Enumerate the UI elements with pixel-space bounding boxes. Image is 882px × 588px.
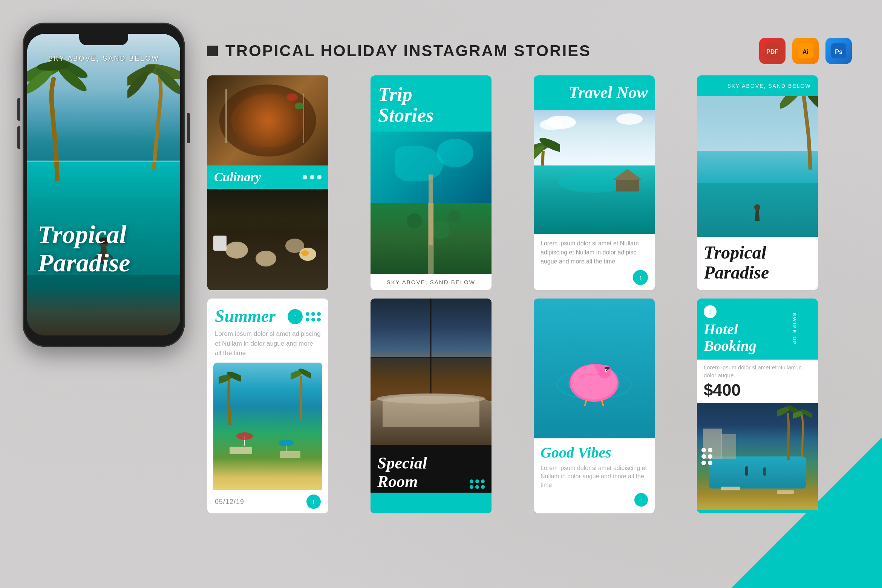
story-card-summer: Summer ↑ Lorem ipsum dolor si amet adipi… bbox=[207, 299, 328, 513]
tropical-title-block: Tropical Paradise bbox=[697, 237, 818, 290]
special-room-dots bbox=[470, 479, 485, 489]
tropical-header-strip: SKY ABOVE, SAND BELOW bbox=[697, 75, 818, 96]
summer-scroll-btn[interactable]: ↑ bbox=[306, 495, 321, 509]
summer-beach-image bbox=[213, 363, 322, 490]
hotel-price-section: Lorem ipsum dolor si amet et Nullam in d… bbox=[697, 360, 818, 403]
travel-now-scroll-btn[interactable]: ↑ bbox=[633, 270, 648, 285]
app-icon-pdf: PDF bbox=[759, 38, 786, 64]
svg-point-30 bbox=[236, 432, 253, 440]
trip-stories-header: Trip Stories bbox=[371, 75, 492, 132]
story-card-good-vibes: Good Vibes Lorem ipsum dolor si amet adi… bbox=[534, 299, 655, 513]
app-icon-ai: Ai bbox=[792, 38, 819, 64]
header-title-group: TROPICAL HOLIDAY INSTAGRAM STORIES bbox=[207, 42, 591, 60]
phone-title-line2: Paradise bbox=[38, 249, 170, 277]
phone-tagline: SKY ABOVE, SAND BELOW bbox=[27, 55, 180, 63]
phone-screen: SKY ABOVE, SAND BELOW Tropical Paradise bbox=[27, 34, 180, 335]
svg-line-38 bbox=[602, 400, 603, 406]
svg-point-36 bbox=[606, 370, 607, 371]
app-icon-ps: Ps bbox=[825, 38, 852, 64]
svg-point-25 bbox=[754, 204, 760, 210]
culinary-label: Culinary bbox=[207, 165, 328, 189]
svg-point-31 bbox=[279, 439, 294, 446]
page-header: TROPICAL HOLIDAY INSTAGRAM STORIES PDF A… bbox=[207, 38, 852, 64]
hotel-up-arrow[interactable]: ↑ bbox=[704, 305, 717, 318]
story-card-tropical-paradise: SKY ABOVE, SAND BELOW Tropical Paradise bbox=[697, 75, 818, 290]
culinary-bottom-image bbox=[207, 189, 328, 290]
phone-mockup: SKY ABOVE, SAND BELOW Tropical Paradise bbox=[23, 23, 185, 347]
phone-main-title: Tropical Paradise bbox=[38, 220, 170, 277]
svg-text:Ps: Ps bbox=[835, 49, 842, 55]
hotel-resort-image bbox=[697, 403, 818, 510]
summer-arrow-btn[interactable]: ↑ bbox=[288, 309, 303, 324]
phone-title-line1: Tropical bbox=[38, 220, 170, 249]
travel-now-bottom: Lorem ipsum dolor si amet et Nullam adip… bbox=[534, 234, 655, 290]
trip-stories-footer: SKY ABOVE, SAND BELOW bbox=[371, 274, 492, 290]
story-card-travel-now: Travel Now bbox=[534, 75, 655, 290]
story-card-hotel-booking: ↑ Hotel Booking SWIPE UP Lorem ipsum dol… bbox=[697, 299, 818, 513]
special-room-bottom-strip bbox=[371, 493, 492, 513]
good-vibes-bottom: Good Vibes Lorem ipsum dolor si amet adi… bbox=[534, 438, 655, 513]
svg-line-37 bbox=[585, 400, 586, 406]
svg-point-34 bbox=[598, 365, 611, 378]
good-vibes-scroll-btn[interactable]: ↑ bbox=[634, 493, 648, 507]
trip-title-line2: Stories bbox=[378, 105, 484, 126]
summer-header: Summer ↑ bbox=[207, 299, 328, 329]
room-window-view bbox=[371, 299, 492, 445]
svg-text:Ai: Ai bbox=[802, 49, 808, 55]
hotel-bottom-strip bbox=[697, 510, 818, 513]
story-card-culinary: Culinary bbox=[207, 75, 328, 290]
phone-notch bbox=[79, 34, 128, 45]
header-square-icon bbox=[207, 46, 218, 56]
travel-now-image bbox=[534, 110, 655, 234]
hotel-booking-header: ↑ Hotel Booking SWIPE UP bbox=[697, 299, 818, 360]
app-icons-group: PDF Ai Ps bbox=[759, 38, 852, 64]
travel-now-header: Travel Now bbox=[534, 75, 655, 110]
trip-title-line1: Trip bbox=[378, 84, 484, 105]
story-card-special-room: Special Room bbox=[371, 299, 492, 513]
svg-text:PDF: PDF bbox=[766, 49, 778, 55]
stories-grid: Culinary bbox=[207, 75, 852, 513]
summer-footer: 05/12/19 ↑ bbox=[207, 490, 328, 513]
hotel-dots bbox=[701, 448, 712, 465]
page-title: TROPICAL HOLIDAY INSTAGRAM STORIES bbox=[225, 42, 591, 60]
story-card-trip-stories: Trip Stories bbox=[371, 75, 492, 290]
flamingo-inflatable bbox=[564, 341, 624, 409]
summer-lorem: Lorem ipsum dolor si amet adipiscing et … bbox=[207, 329, 328, 363]
culinary-top-image bbox=[207, 75, 328, 165]
trip-stories-image bbox=[371, 132, 492, 274]
